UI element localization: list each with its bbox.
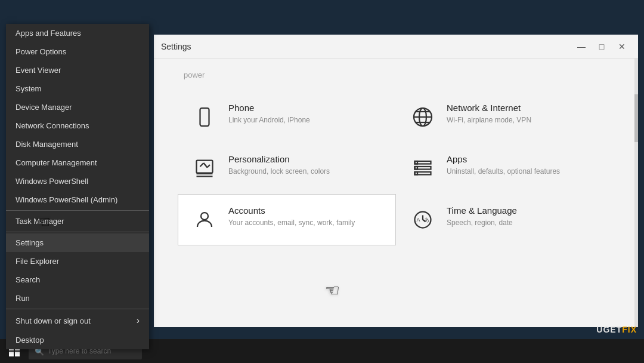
watermark: UGETFIX bbox=[596, 325, 637, 334]
menu-item-label: File Explorer bbox=[16, 257, 59, 266]
menu-item-label: Desktop bbox=[16, 336, 44, 344]
settings-item-title-network: Network & Internet bbox=[447, 103, 531, 113]
menu-item-label: Search bbox=[16, 275, 40, 284]
settings-item-phone[interactable]: PhoneLink your Android, iPhone bbox=[178, 91, 396, 143]
svg-rect-7 bbox=[197, 161, 213, 173]
settings-item-apps[interactable]: AppsUninstall, defaults, optional featur… bbox=[396, 143, 614, 194]
menu-item-run[interactable]: Run bbox=[6, 289, 149, 307]
power-label: power bbox=[178, 70, 614, 79]
settings-item-title-apps: Apps bbox=[447, 154, 560, 164]
settings-item-network[interactable]: Network & InternetWi-Fi, airplane mode, … bbox=[396, 91, 614, 143]
network-icon bbox=[408, 103, 437, 131]
svg-text:A: A bbox=[417, 217, 420, 223]
menu-item-device-manager[interactable]: Device Manager bbox=[6, 98, 149, 116]
menu-item-label: Task Manager bbox=[16, 217, 64, 226]
settings-item-text-time: Time & LanguageSpeech, region, date bbox=[447, 205, 517, 228]
menu-item-label: Windows PowerShell (Admin) bbox=[16, 195, 117, 204]
menu-item-label: Windows PowerShell bbox=[16, 177, 88, 186]
menu-item-file-explorer[interactable]: File Explorer bbox=[6, 252, 149, 270]
settings-item-accounts[interactable]: AccountsYour accounts, email, sync, work… bbox=[178, 194, 396, 245]
settings-item-text-network: Network & InternetWi-Fi, airplane mode, … bbox=[447, 103, 531, 125]
settings-window: Settings — □ ✕ power PhoneLink your Andr… bbox=[154, 35, 638, 327]
settings-content: power PhoneLink your Android, iPhone Net… bbox=[154, 59, 638, 327]
settings-item-personalization[interactable]: PersonalizationBackground, lock screen, … bbox=[178, 143, 396, 194]
menu-item-system[interactable]: System bbox=[6, 79, 149, 98]
svg-text:あ: あ bbox=[424, 217, 429, 223]
menu-item-apps-and-features[interactable]: Apps and Features bbox=[6, 24, 149, 42]
personalization-icon bbox=[190, 154, 219, 183]
svg-line-8 bbox=[200, 163, 204, 167]
menu-item-desktop[interactable]: Desktop bbox=[6, 331, 149, 349]
menu-item-label: Computer Management bbox=[16, 158, 97, 167]
settings-title: Settings bbox=[161, 42, 191, 51]
minimize-button[interactable]: — bbox=[572, 39, 590, 54]
menu-item-windows-powershell-admin[interactable]: Windows PowerShell (Admin) bbox=[6, 190, 149, 209]
settings-item-text-accounts: AccountsYour accounts, email, sync, work… bbox=[228, 205, 355, 228]
menu-item-label: Disk Management bbox=[16, 140, 78, 149]
settings-titlebar: Settings — □ ✕ bbox=[154, 35, 638, 59]
svg-point-19 bbox=[201, 213, 208, 220]
menu-item-label: System bbox=[16, 84, 41, 93]
settings-item-text-phone: PhoneLink your Android, iPhone bbox=[228, 103, 310, 125]
time-icon: A あ bbox=[408, 205, 437, 234]
settings-item-desc-accounts: Your accounts, email, sync, work, family bbox=[228, 218, 355, 228]
submenu-arrow-icon: › bbox=[137, 315, 140, 326]
menu-item-label: Shut down or sign out bbox=[16, 316, 91, 325]
menu-item-label: Network Connections bbox=[16, 121, 89, 130]
watermark-fix: FIX bbox=[622, 325, 637, 334]
settings-grid: PhoneLink your Android, iPhone Network &… bbox=[178, 91, 614, 245]
context-menu: Apps and FeaturesPower OptionsEvent View… bbox=[6, 24, 149, 349]
settings-item-desc-time: Speech, region, date bbox=[447, 218, 517, 228]
apps-icon bbox=[408, 154, 437, 183]
settings-item-title-personalization: Personalization bbox=[228, 154, 330, 164]
settings-item-desc-network: Wi-Fi, airplane mode, VPN bbox=[447, 115, 531, 125]
menu-item-label: Power Options bbox=[16, 47, 66, 56]
menu-item-event-viewer[interactable]: Event Viewer bbox=[6, 61, 149, 79]
menu-item-label: Apps and Features bbox=[16, 29, 81, 38]
svg-rect-16 bbox=[415, 161, 418, 164]
svg-rect-17 bbox=[415, 167, 418, 170]
settings-item-desc-apps: Uninstall, defaults, optional features bbox=[447, 167, 560, 177]
settings-item-title-time: Time & Language bbox=[447, 205, 517, 216]
settings-item-desc-personalization: Background, lock screen, colors bbox=[228, 167, 330, 177]
svg-rect-28 bbox=[15, 352, 20, 356]
settings-item-title-phone: Phone bbox=[228, 103, 310, 113]
menu-item-label: Settings bbox=[16, 238, 44, 247]
menu-item-search[interactable]: Search bbox=[6, 270, 149, 289]
settings-item-text-personalization: PersonalizationBackground, lock screen, … bbox=[228, 154, 330, 177]
svg-rect-27 bbox=[9, 352, 14, 356]
menu-divider bbox=[6, 232, 149, 232]
menu-item-label: Event Viewer bbox=[16, 66, 61, 75]
menu-divider bbox=[6, 210, 149, 211]
menu-item-network-connections[interactable]: Network Connections bbox=[6, 116, 149, 135]
settings-item-text-apps: AppsUninstall, defaults, optional featur… bbox=[447, 154, 560, 177]
menu-item-computer-management[interactable]: Computer Management bbox=[6, 153, 149, 172]
settings-item-title-accounts: Accounts bbox=[228, 205, 355, 216]
menu-divider bbox=[6, 309, 149, 309]
menu-item-label: Run bbox=[16, 294, 30, 303]
settings-item-time[interactable]: A あ Time & LanguageSpeech, region, date bbox=[396, 194, 614, 245]
menu-item-shut-down-or-sign-out[interactable]: Shut down or sign out› bbox=[6, 310, 149, 331]
settings-item-desc-phone: Link your Android, iPhone bbox=[228, 115, 310, 125]
svg-rect-0 bbox=[200, 108, 209, 126]
phone-icon bbox=[190, 103, 219, 131]
menu-item-settings[interactable]: Settings bbox=[6, 233, 149, 252]
menu-item-power-options[interactable]: Power Options bbox=[6, 42, 149, 61]
svg-rect-18 bbox=[415, 172, 418, 175]
settings-scrollbar[interactable] bbox=[634, 59, 638, 327]
menu-item-disk-management[interactable]: Disk Management bbox=[6, 135, 149, 153]
scrollbar-thumb bbox=[634, 94, 638, 142]
menu-item-task-manager[interactable]: Task Manager bbox=[6, 212, 149, 230]
watermark-text: UGET bbox=[596, 325, 622, 334]
menu-item-label: Device Manager bbox=[16, 103, 72, 112]
maximize-button[interactable]: □ bbox=[593, 39, 611, 54]
svg-line-9 bbox=[204, 163, 208, 168]
accounts-icon bbox=[190, 205, 219, 234]
titlebar-controls: — □ ✕ bbox=[572, 39, 631, 54]
menu-item-windows-powershell[interactable]: Windows PowerShell bbox=[6, 172, 149, 190]
svg-line-10 bbox=[208, 165, 210, 168]
close-button[interactable]: ✕ bbox=[613, 39, 631, 54]
